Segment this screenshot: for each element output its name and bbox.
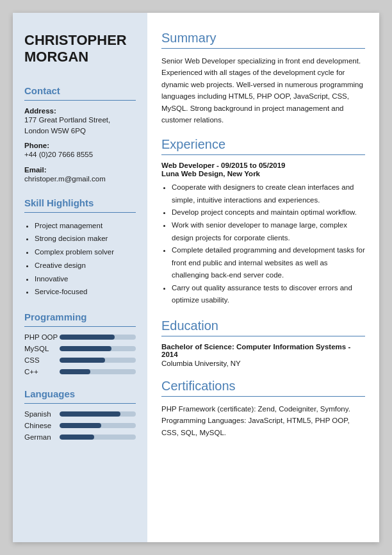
skill-item: Service-focused [35, 285, 136, 299]
prog-mysql-bar-fill [60, 346, 111, 351]
phone-label: Phone: [24, 142, 136, 149]
education-divider [161, 336, 365, 336]
prog-css-label: CSS [24, 356, 60, 364]
skills-section: Skill Highlights Project management Stro… [24, 197, 136, 299]
certifications-text: PHP Framework (certificate): Zend, Codei… [161, 403, 365, 438]
prog-cpp-bar-fill [60, 369, 90, 374]
languages-section: Languages Spanish Chinese German [24, 388, 136, 441]
exp-bullet: Develop project concepts and maintain op… [172, 206, 365, 219]
summary-divider [161, 48, 365, 49]
experience-title: Experience [161, 137, 365, 152]
degree-title: Bachelor of Science: Computer Informatio… [161, 343, 365, 358]
languages-divider [24, 403, 136, 404]
name-line1: CHRISTOPHER [24, 32, 127, 48]
lang-spanish-bar-fill [60, 411, 120, 417]
experience-section: Experience Web Developer - 09/2015 to 05… [161, 137, 365, 306]
prog-cpp-bar-bg [60, 369, 136, 374]
prog-php-bar-bg [60, 335, 136, 340]
prog-mysql-row: MySQL [24, 345, 136, 352]
school-name: Columbia University, NY [161, 360, 365, 367]
skills-title: Skill Highlights [24, 197, 136, 208]
contact-section: Contact Address: 177 Great Portland Stre… [24, 85, 136, 185]
prog-mysql-label: MySQL [24, 345, 60, 352]
company-name: Luna Web Design, New York [161, 170, 365, 178]
name-line2: MORGAN [24, 49, 88, 65]
exp-bullet: Carry out quality assurance tests to dis… [172, 282, 365, 307]
exp-bullet: Work with senior developer to manage lar… [172, 219, 365, 244]
certifications-title: Certifications [161, 379, 365, 393]
email-value: christoper.m@gmail.com [24, 174, 136, 185]
skill-item: Creative design [35, 259, 136, 272]
summary-section: Summary Senior Web Developer specializin… [161, 31, 365, 126]
prog-css-row: CSS [24, 356, 136, 364]
lang-german-bar-bg [60, 435, 136, 440]
skill-item: Innovative [35, 272, 136, 286]
exp-bullet: Cooperate with designers to create clean… [172, 181, 365, 206]
prog-cpp-row: C++ [24, 368, 136, 376]
education-section: Education Bachelor of Science: Computer … [161, 319, 365, 367]
sidebar: CHRISTOPHER MORGAN Contact Address: 177 … [13, 13, 147, 542]
address-label: Address: [24, 107, 136, 115]
prog-mysql-bar-bg [60, 346, 136, 351]
prog-php-bar-fill [60, 335, 115, 340]
certifications-section: Certifications PHP Framework (certificat… [161, 379, 365, 438]
exp-bullet: Complete detailed programming and develo… [172, 244, 365, 282]
prog-css-bar-fill [60, 358, 105, 363]
skills-list: Project management Strong decision maker… [24, 219, 136, 299]
prog-php-label: PHP OOP [24, 333, 60, 341]
programming-divider [24, 326, 136, 327]
prog-cpp-label: C++ [24, 368, 60, 376]
lang-spanish-label: Spanish [24, 410, 60, 418]
prog-css-bar-bg [60, 358, 136, 363]
lang-chinese-bar-bg [60, 423, 136, 428]
programming-section: Programming PHP OOP MySQL CSS [24, 311, 136, 376]
summary-title: Summary [161, 31, 365, 46]
lang-chinese-row: Chinese [24, 422, 136, 429]
resume-container: CHRISTOPHER MORGAN Contact Address: 177 … [13, 13, 379, 542]
certifications-divider [161, 396, 365, 397]
email-label: Email: [24, 166, 136, 174]
languages-title: Languages [24, 388, 136, 399]
programming-title: Programming [24, 311, 136, 322]
address-value: 177 Great Portland Street,London W5W 6PQ [24, 115, 136, 137]
summary-text: Senior Web Developer specializing in fro… [161, 55, 365, 126]
education-title: Education [161, 319, 365, 333]
experience-bullets: Cooperate with designers to create clean… [161, 181, 365, 306]
lang-spanish-bar-bg [60, 411, 136, 417]
phone-value: +44 (0)20 7666 8555 [24, 149, 136, 160]
lang-chinese-label: Chinese [24, 422, 60, 429]
contact-title: Contact [24, 85, 136, 96]
job-title: Web Developer - 09/2015 to 05/2019 [161, 162, 365, 169]
skill-item: Complex problem solver [35, 245, 136, 259]
lang-german-label: German [24, 433, 60, 441]
candidate-name: CHRISTOPHER MORGAN [24, 32, 136, 66]
experience-divider [161, 154, 365, 155]
lang-german-bar-fill [60, 435, 94, 440]
lang-german-row: German [24, 433, 136, 441]
lang-chinese-bar-fill [60, 423, 101, 428]
skills-divider [24, 212, 136, 213]
contact-divider [24, 100, 136, 101]
prog-php-row: PHP OOP [24, 333, 136, 341]
lang-spanish-row: Spanish [24, 410, 136, 418]
skill-item: Strong decision maker [35, 232, 136, 245]
main-content: Summary Senior Web Developer specializin… [147, 13, 379, 542]
skill-item: Project management [35, 219, 136, 233]
